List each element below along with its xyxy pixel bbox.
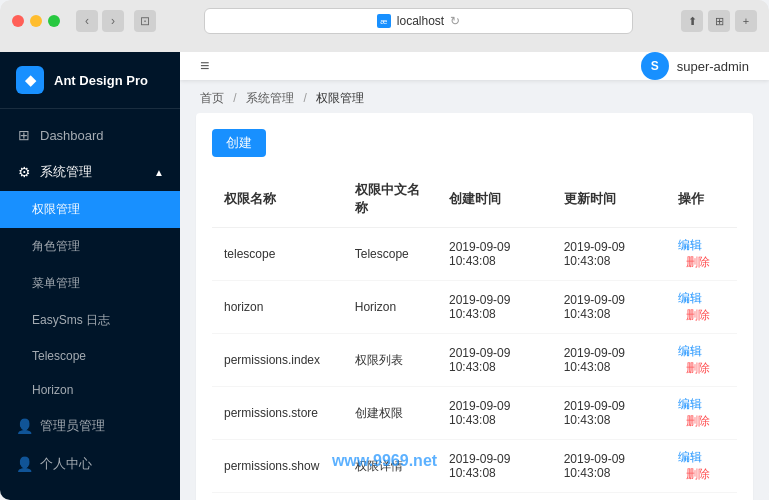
reader-button[interactable]: ⊡	[134, 10, 156, 32]
col-name: 权限名称	[212, 171, 343, 228]
sidebar-item-profile[interactable]: 👤 个人中心	[0, 445, 180, 483]
edit-link[interactable]: 编辑	[678, 291, 702, 305]
breadcrumb-current: 权限管理	[316, 91, 364, 105]
edit-link[interactable]: 编辑	[678, 344, 702, 358]
table-row: permissions.index 权限列表 2019-09-09 10:43:…	[212, 334, 737, 387]
delete-link[interactable]: 删除	[686, 414, 710, 428]
breadcrumb: 首页 / 系统管理 / 权限管理	[180, 80, 769, 113]
roles-label: 角色管理	[32, 238, 80, 255]
sidebar-item-dashboard[interactable]: ⊞ Dashboard	[0, 117, 180, 153]
user-avatar: S	[641, 52, 669, 80]
cell-updated: 2019-09-09 10:43:08	[552, 281, 667, 334]
cell-created: 2019-09-09 10:43:08	[437, 440, 552, 493]
cell-actions: 编辑 删除	[666, 334, 737, 387]
cell-actions: 编辑 删除	[666, 440, 737, 493]
sidebar-item-roles[interactable]: 角色管理	[0, 228, 180, 265]
delete-link[interactable]: 删除	[686, 467, 710, 481]
browser-titlebar: ‹ › ⊡ æ localhost ↻ ⬆ ⊞ +	[0, 0, 769, 38]
sidebar-item-horizon[interactable]: Horizon	[0, 373, 180, 407]
sidebar-item-admin[interactable]: 👤 管理员管理	[0, 407, 180, 445]
add-tab-button[interactable]: +	[735, 10, 757, 32]
cell-cn-name: 权限详情	[343, 440, 437, 493]
table-row: telescope Telescope 2019-09-09 10:43:08 …	[212, 228, 737, 281]
cell-cn-name: Horizon	[343, 281, 437, 334]
breadcrumb-system[interactable]: 系统管理	[246, 91, 294, 105]
new-tab-button[interactable]: ⊞	[708, 10, 730, 32]
top-header: ≡ S super-admin	[180, 52, 769, 80]
header-right: S super-admin	[641, 52, 749, 80]
sidebar-item-telescope[interactable]: Telescope	[0, 339, 180, 373]
sidebar-item-easysms[interactable]: EasySms 日志	[0, 302, 180, 339]
cell-name: permissions.index	[212, 334, 343, 387]
logo-text: Ant Design Pro	[54, 73, 148, 88]
cell-created: 2019-09-09 10:43:08	[437, 387, 552, 440]
sidebar-item-permissions[interactable]: 权限管理	[0, 191, 180, 228]
cell-updated: 2019-09-09 10:43:08	[552, 387, 667, 440]
content-card: 创建 权限名称 权限中文名称 创建时间 更新时间 操作 telescope Te…	[196, 113, 753, 500]
menus-label: 菜单管理	[32, 275, 80, 292]
table-row: permissions.show 权限详情 2019-09-09 10:43:0…	[212, 440, 737, 493]
forward-button[interactable]: ›	[102, 10, 124, 32]
tab-icon: æ	[377, 14, 391, 28]
cell-created: 2019-09-09 10:43:08	[437, 493, 552, 501]
delete-link[interactable]: 删除	[686, 308, 710, 322]
create-button[interactable]: 创建	[212, 129, 266, 157]
cell-cn-name: 权限列表	[343, 334, 437, 387]
cell-created: 2019-09-09 10:43:08	[437, 281, 552, 334]
data-table: 权限名称 权限中文名称 创建时间 更新时间 操作 telescope Teles…	[212, 171, 737, 500]
edit-link[interactable]: 编辑	[678, 397, 702, 411]
address-text: localhost	[397, 14, 444, 28]
sidebar-item-menus[interactable]: 菜单管理	[0, 265, 180, 302]
header-left: ≡	[200, 57, 209, 75]
edit-link[interactable]: 编辑	[678, 450, 702, 464]
cell-cn-name: 创建权限	[343, 387, 437, 440]
cell-updated: 2019-09-09 10:43:08	[552, 228, 667, 281]
app-wrapper: ◆ Ant Design Pro ⊞ Dashboard ⚙ 系统管理 ▲ 权限…	[0, 52, 769, 500]
cell-name: horizon	[212, 281, 343, 334]
table-row: permissions.store 创建权限 2019-09-09 10:43:…	[212, 387, 737, 440]
sidebar-item-system[interactable]: ⚙ 系统管理 ▲	[0, 153, 180, 191]
breadcrumb-sep2: /	[303, 91, 306, 105]
cell-name: permissions.show	[212, 440, 343, 493]
delete-link[interactable]: 删除	[686, 255, 710, 269]
sidebar-item-label: Dashboard	[40, 128, 104, 143]
cell-updated: 2019-09-09 10:43:08	[552, 440, 667, 493]
main-content: ≡ S super-admin 首页 / 系统管理 / 权限管理 创建 权限	[180, 52, 769, 500]
cell-created: 2019-09-09 10:43:08	[437, 228, 552, 281]
menu-toggle-icon[interactable]: ≡	[200, 57, 209, 75]
minimize-button[interactable]	[30, 15, 42, 27]
breadcrumb-home[interactable]: 首页	[200, 91, 224, 105]
system-group-left: ⚙ 系统管理	[16, 163, 92, 181]
dashboard-icon: ⊞	[16, 127, 32, 143]
admin-icon: 👤	[16, 418, 32, 434]
close-button[interactable]	[12, 15, 24, 27]
share-button[interactable]: ⬆	[681, 10, 703, 32]
cell-updated: 2019-09-09 10:43:08	[552, 493, 667, 501]
sidebar-menu: ⊞ Dashboard ⚙ 系统管理 ▲ 权限管理 角色管理 菜单管理	[0, 109, 180, 491]
cell-name: permissions.update	[212, 493, 343, 501]
admin-label: 管理员管理	[40, 417, 105, 435]
address-bar[interactable]: æ localhost ↻	[204, 8, 633, 34]
edit-link[interactable]: 编辑	[678, 238, 702, 252]
table-row: permissions.update 更新权限 2019-09-09 10:43…	[212, 493, 737, 501]
col-updated: 更新时间	[552, 171, 667, 228]
browser-chrome: ‹ › ⊡ æ localhost ↻ ⬆ ⊞ +	[0, 0, 769, 52]
back-button[interactable]: ‹	[76, 10, 98, 32]
sidebar: ◆ Ant Design Pro ⊞ Dashboard ⚙ 系统管理 ▲ 权限…	[0, 52, 180, 500]
system-icon: ⚙	[16, 164, 32, 180]
cell-actions: 编辑 删除	[666, 493, 737, 501]
logo-icon: ◆	[16, 66, 44, 94]
maximize-button[interactable]	[48, 15, 60, 27]
refresh-icon[interactable]: ↻	[450, 14, 460, 28]
cell-created: 2019-09-09 10:43:08	[437, 334, 552, 387]
delete-link[interactable]: 删除	[686, 361, 710, 375]
col-actions: 操作	[666, 171, 737, 228]
profile-icon: 👤	[16, 456, 32, 472]
table-row: horizon Horizon 2019-09-09 10:43:08 2019…	[212, 281, 737, 334]
breadcrumb-sep1: /	[233, 91, 236, 105]
cell-actions: 编辑 删除	[666, 281, 737, 334]
horizon-label: Horizon	[32, 383, 73, 397]
system-label: 系统管理	[40, 163, 92, 181]
user-name: super-admin	[677, 59, 749, 74]
col-cn-name: 权限中文名称	[343, 171, 437, 228]
